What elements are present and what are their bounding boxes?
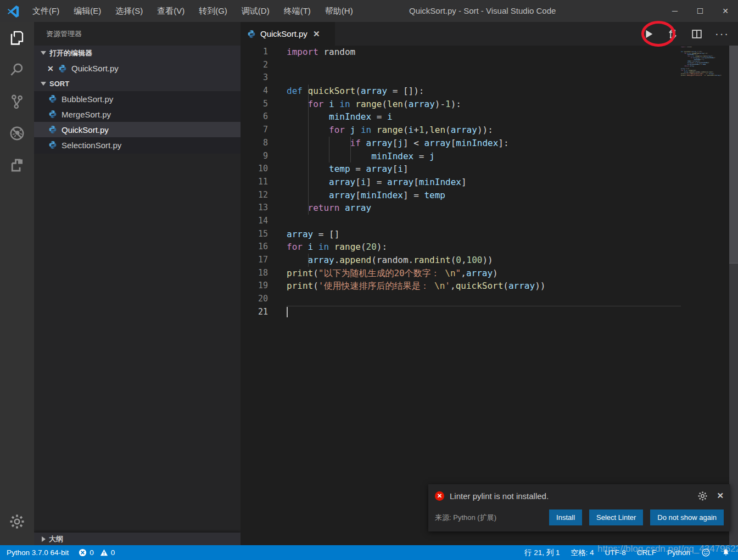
split-editor-icon[interactable] <box>691 28 703 40</box>
line-content: array[minIndex] = temp <box>268 189 445 202</box>
code-line[interactable]: 6 minIndex = i <box>241 110 738 124</box>
open-editor-item[interactable]: ✕ QuickSort.py <box>34 60 241 76</box>
code-line[interactable]: 1import random <box>241 46 738 59</box>
line-content: def quickSort(array = []): <box>268 85 424 98</box>
explorer-icon[interactable] <box>0 22 34 54</box>
python-interpreter-status[interactable]: Python 3.7.0 64-bit <box>7 548 69 557</box>
close-icon[interactable]: ✕ <box>47 64 58 73</box>
code-line[interactable]: 16for i in range(20): <box>241 240 738 254</box>
code-line[interactable]: 17 array.append(random.randint(0,100)) <box>241 254 738 267</box>
line-content: return array <box>268 201 371 215</box>
notifications-bell-icon[interactable] <box>722 548 730 557</box>
notification-close-icon[interactable]: ✕ <box>717 491 724 501</box>
code-line[interactable]: 15array = [] <box>241 228 738 241</box>
code-line[interactable]: 8 if array[j] < array[minIndex]: <box>241 137 738 150</box>
notification-gear-icon[interactable] <box>697 491 708 501</box>
code-editor[interactable]: 1import random234def quickSort(array = [… <box>241 46 738 318</box>
folder-header-sort[interactable]: SORT <box>34 76 241 91</box>
code-line[interactable]: 3 <box>241 71 738 85</box>
line-number: 3 <box>241 71 268 85</box>
code-line[interactable]: 14 <box>241 215 738 228</box>
run-file-button[interactable] <box>642 28 655 40</box>
code-line[interactable]: 5 for i in range(len(array)-1): <box>241 98 738 111</box>
menu-terminal[interactable]: 终端(T) <box>277 0 318 22</box>
line-number: 5 <box>241 98 268 111</box>
encoding-status[interactable]: UTF-8 <box>605 548 625 557</box>
file-name: QuickSort.py <box>62 125 109 135</box>
editor-group: QuickSort.py ✕ ··· 1import random234def … <box>241 22 738 545</box>
file-item-bubblesort[interactable]: BubbleSort.py <box>34 91 241 107</box>
notification-source: 来源: Python (扩展) <box>435 513 542 523</box>
install-button[interactable]: Install <box>549 509 582 525</box>
eol-status[interactable]: CRLF <box>637 548 656 557</box>
code-line[interactable]: 7 for j in range(i+1,len(array)): <box>241 124 738 137</box>
line-content: if array[j] < array[minIndex]: <box>268 137 509 150</box>
error-count-icon <box>79 548 87 557</box>
line-number: 10 <box>241 163 268 176</box>
settings-gear-icon[interactable] <box>0 506 34 537</box>
file-name: SelectionSort.py <box>62 141 121 150</box>
line-number: 17 <box>241 254 268 267</box>
more-actions-icon[interactable]: ··· <box>715 22 729 46</box>
menu-go[interactable]: 转到(G) <box>192 0 234 22</box>
scrollbar-slider[interactable] <box>729 46 738 264</box>
indent-guide <box>329 137 329 163</box>
activity-bar <box>0 22 34 545</box>
code-line[interactable]: 19print('使用快速排序后的结果是： \n',quickSort(arra… <box>241 279 738 293</box>
python-file-icon <box>48 125 57 134</box>
tab-quicksort[interactable]: QuickSort.py ✕ <box>241 22 335 46</box>
outline-section-header[interactable]: 大纲 <box>34 533 241 545</box>
code-line[interactable]: 13 return array <box>241 201 738 215</box>
file-item-quicksort[interactable]: QuickSort.py <box>34 122 241 137</box>
debug-icon[interactable] <box>0 117 34 149</box>
folder-label: SORT <box>49 80 69 88</box>
code-line[interactable]: 18print("以下为随机生成的20个数字： \n",array) <box>241 267 738 280</box>
line-number: 6 <box>241 110 268 124</box>
menu-debug[interactable]: 调试(D) <box>234 0 277 22</box>
menu-edit[interactable]: 编辑(E) <box>66 0 108 22</box>
menu-file[interactable]: 文件(F) <box>25 0 66 22</box>
search-icon[interactable] <box>0 54 34 86</box>
code-line[interactable]: 2 <box>241 59 738 72</box>
sync-compare-icon[interactable] <box>667 28 679 40</box>
extensions-icon[interactable] <box>0 149 34 181</box>
tab-bar: QuickSort.py ✕ ··· <box>241 22 738 46</box>
minimap[interactable]: import randomdef quickSort(array = []): … <box>681 47 729 118</box>
menu-selection[interactable]: 选择(S) <box>108 0 150 22</box>
select-linter-button[interactable]: Select Linter <box>589 509 643 525</box>
close-button[interactable]: ✕ <box>713 0 738 22</box>
cursor-position-status[interactable]: 行 21, 列 1 <box>524 548 560 558</box>
error-badge-icon: ✕ <box>435 491 444 501</box>
code-line[interactable]: 10 temp = array[i] <box>241 163 738 176</box>
open-editors-label: 打开的编辑器 <box>49 48 92 58</box>
menu-view[interactable]: 查看(V) <box>150 0 192 22</box>
sidebar-title: 资源管理器 <box>34 22 241 46</box>
code-line[interactable]: 4def quickSort(array = []): <box>241 85 738 98</box>
maximize-button[interactable]: ☐ <box>687 0 713 22</box>
file-item-mergesort[interactable]: MergeSort.py <box>34 107 241 122</box>
status-bar: Python 3.7.0 64-bit 0 0 行 21, 列 1 空格: 4 … <box>0 545 738 560</box>
code-line[interactable]: 12 array[minIndex] = temp <box>241 189 738 202</box>
line-content <box>268 59 287 72</box>
editor-scrollbar[interactable] <box>729 46 738 545</box>
problems-status[interactable]: 0 0 <box>79 548 115 557</box>
indentation-status[interactable]: 空格: 4 <box>571 548 594 558</box>
current-line-highlight <box>287 306 681 318</box>
open-editors-header[interactable]: 打开的编辑器 <box>34 46 241 60</box>
code-line[interactable]: 11 array[i] = array[minIndex] <box>241 176 738 189</box>
file-item-selectionsort[interactable]: SelectionSort.py <box>34 137 241 153</box>
minimize-button[interactable]: ─ <box>662 0 687 22</box>
line-number: 15 <box>241 228 268 241</box>
code-line[interactable]: 20 <box>241 293 738 306</box>
code-line[interactable]: 9 minIndex = j <box>241 150 738 163</box>
language-mode-status[interactable]: Python <box>667 548 690 557</box>
file-name: MergeSort.py <box>62 110 111 119</box>
line-content: import random <box>268 46 355 59</box>
menu-help[interactable]: 帮助(H) <box>318 0 360 22</box>
source-control-icon[interactable] <box>0 86 34 117</box>
do-not-show-again-button[interactable]: Do not show again <box>650 509 724 525</box>
line-number: 7 <box>241 124 268 137</box>
tab-close-icon[interactable]: ✕ <box>313 29 320 39</box>
feedback-smiley-icon[interactable] <box>701 548 711 557</box>
python-file-icon <box>58 64 67 73</box>
